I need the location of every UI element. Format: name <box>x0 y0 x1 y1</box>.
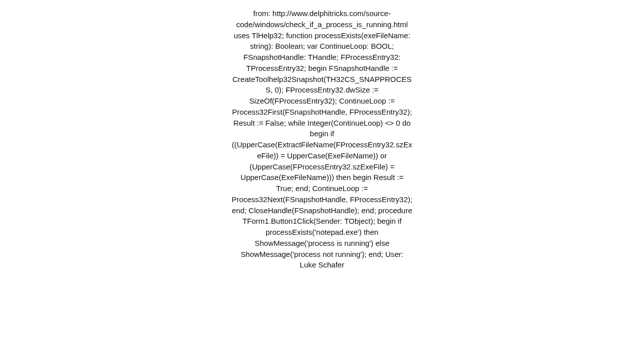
code-text: from: http://www.delphitricks.com/source… <box>231 9 412 269</box>
code-snippet-block: from: http://www.delphitricks.com/source… <box>231 8 413 270</box>
